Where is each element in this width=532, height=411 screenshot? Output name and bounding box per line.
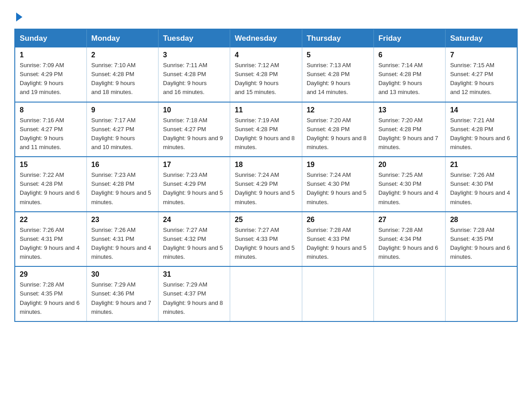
day-info: Sunrise: 7:26 AMSunset: 4:30 PMDaylight:…: [450, 171, 510, 205]
calendar-day-cell: 2 Sunrise: 7:10 AMSunset: 4:28 PMDayligh…: [86, 47, 158, 102]
day-info: Sunrise: 7:14 AMSunset: 4:28 PMDaylight:…: [378, 62, 423, 95]
calendar-day-cell: 16 Sunrise: 7:23 AMSunset: 4:28 PMDaylig…: [86, 157, 158, 212]
day-number: 31: [163, 270, 225, 278]
calendar-day-cell: 30 Sunrise: 7:29 AMSunset: 4:36 PMDaylig…: [86, 266, 158, 321]
calendar-day-cell: 19 Sunrise: 7:24 AMSunset: 4:30 PMDaylig…: [302, 157, 373, 212]
calendar-day-cell: 26 Sunrise: 7:28 AMSunset: 4:33 PMDaylig…: [302, 212, 373, 267]
day-info: Sunrise: 7:15 AMSunset: 4:27 PMDaylight:…: [450, 62, 494, 95]
day-number: 21: [450, 161, 512, 169]
day-number: 30: [91, 270, 154, 278]
day-info: Sunrise: 7:12 AMSunset: 4:28 PMDaylight:…: [235, 62, 279, 95]
day-number: 8: [20, 106, 82, 114]
day-info: Sunrise: 7:28 AMSunset: 4:33 PMDaylight:…: [307, 227, 367, 260]
calendar-day-cell: 9 Sunrise: 7:17 AMSunset: 4:27 PMDayligh…: [86, 102, 158, 157]
day-number: 17: [163, 161, 225, 169]
calendar-day-cell: [230, 266, 302, 321]
calendar-day-cell: 15 Sunrise: 7:22 AMSunset: 4:28 PMDaylig…: [15, 157, 86, 212]
header-monday: Monday: [86, 29, 158, 47]
calendar-day-cell: 14 Sunrise: 7:21 AMSunset: 4:28 PMDaylig…: [446, 102, 517, 157]
calendar-day-cell: 3 Sunrise: 7:11 AMSunset: 4:28 PMDayligh…: [159, 47, 230, 102]
day-number: 25: [235, 216, 297, 224]
header-friday: Friday: [373, 29, 445, 47]
day-number: 18: [235, 161, 297, 169]
calendar-day-cell: 4 Sunrise: 7:12 AMSunset: 4:28 PMDayligh…: [230, 47, 302, 102]
calendar-day-cell: 23 Sunrise: 7:26 AMSunset: 4:31 PMDaylig…: [86, 212, 158, 267]
calendar-week-row: 22 Sunrise: 7:26 AMSunset: 4:31 PMDaylig…: [15, 212, 517, 267]
day-info: Sunrise: 7:20 AMSunset: 4:28 PMDaylight:…: [307, 117, 367, 150]
calendar-day-cell: 8 Sunrise: 7:16 AMSunset: 4:27 PMDayligh…: [15, 102, 86, 157]
day-number: 22: [20, 216, 82, 224]
day-number: 26: [307, 216, 369, 224]
day-info: Sunrise: 7:26 AMSunset: 4:31 PMDaylight:…: [20, 227, 80, 260]
day-info: Sunrise: 7:24 AMSunset: 4:29 PMDaylight:…: [235, 171, 295, 205]
calendar-day-cell: 31 Sunrise: 7:29 AMSunset: 4:37 PMDaylig…: [159, 266, 230, 321]
day-info: Sunrise: 7:28 AMSunset: 4:34 PMDaylight:…: [378, 227, 438, 260]
calendar-day-cell: 11 Sunrise: 7:19 AMSunset: 4:28 PMDaylig…: [230, 102, 302, 157]
calendar-week-row: 29 Sunrise: 7:28 AMSunset: 4:35 PMDaylig…: [15, 266, 517, 321]
day-number: 13: [378, 106, 441, 114]
day-info: Sunrise: 7:29 AMSunset: 4:36 PMDaylight:…: [91, 281, 151, 315]
calendar-day-cell: [373, 266, 445, 321]
day-info: Sunrise: 7:13 AMSunset: 4:28 PMDaylight:…: [307, 62, 351, 95]
calendar-day-cell: 22 Sunrise: 7:26 AMSunset: 4:31 PMDaylig…: [15, 212, 86, 267]
day-info: Sunrise: 7:21 AMSunset: 4:28 PMDaylight:…: [450, 117, 510, 150]
day-number: 3: [163, 51, 225, 59]
calendar-day-cell: 7 Sunrise: 7:15 AMSunset: 4:27 PMDayligh…: [446, 47, 517, 102]
day-number: 6: [378, 51, 441, 59]
calendar-day-cell: [302, 266, 373, 321]
day-info: Sunrise: 7:23 AMSunset: 4:29 PMDaylight:…: [163, 171, 223, 205]
weekday-header-row: Sunday Monday Tuesday Wednesday Thursday…: [15, 29, 517, 47]
calendar-day-cell: [446, 266, 517, 321]
day-number: 20: [378, 161, 441, 169]
day-info: Sunrise: 7:17 AMSunset: 4:27 PMDaylight:…: [91, 117, 136, 150]
day-info: Sunrise: 7:29 AMSunset: 4:37 PMDaylight:…: [163, 281, 223, 315]
day-number: 27: [378, 216, 441, 224]
day-info: Sunrise: 7:24 AMSunset: 4:30 PMDaylight:…: [307, 171, 367, 205]
day-info: Sunrise: 7:23 AMSunset: 4:28 PMDaylight:…: [91, 171, 151, 205]
header-sunday: Sunday: [15, 29, 86, 47]
day-info: Sunrise: 7:20 AMSunset: 4:28 PMDaylight:…: [378, 117, 438, 150]
logo-blue-text: [14, 13, 22, 21]
calendar-day-cell: 20 Sunrise: 7:25 AMSunset: 4:30 PMDaylig…: [373, 157, 445, 212]
header-tuesday: Tuesday: [159, 29, 230, 47]
calendar-week-row: 15 Sunrise: 7:22 AMSunset: 4:28 PMDaylig…: [15, 157, 517, 212]
day-number: 12: [307, 106, 369, 114]
day-info: Sunrise: 7:16 AMSunset: 4:27 PMDaylight:…: [20, 117, 64, 150]
calendar-day-cell: 25 Sunrise: 7:27 AMSunset: 4:33 PMDaylig…: [230, 212, 302, 267]
day-number: 14: [450, 106, 512, 114]
day-number: 7: [450, 51, 512, 59]
day-number: 16: [91, 161, 154, 169]
day-number: 29: [20, 270, 82, 278]
calendar-day-cell: 5 Sunrise: 7:13 AMSunset: 4:28 PMDayligh…: [302, 47, 373, 102]
calendar-day-cell: 24 Sunrise: 7:27 AMSunset: 4:32 PMDaylig…: [159, 212, 230, 267]
header: [14, 11, 518, 21]
day-info: Sunrise: 7:27 AMSunset: 4:33 PMDaylight:…: [235, 227, 295, 260]
day-number: 19: [307, 161, 369, 169]
calendar-day-cell: 29 Sunrise: 7:28 AMSunset: 4:35 PMDaylig…: [15, 266, 86, 321]
header-wednesday: Wednesday: [230, 29, 302, 47]
day-info: Sunrise: 7:22 AMSunset: 4:28 PMDaylight:…: [20, 171, 80, 205]
header-thursday: Thursday: [302, 29, 373, 47]
day-number: 2: [91, 51, 154, 59]
calendar-day-cell: 13 Sunrise: 7:20 AMSunset: 4:28 PMDaylig…: [373, 102, 445, 157]
day-number: 15: [20, 161, 82, 169]
day-number: 11: [235, 106, 297, 114]
calendar-day-cell: 17 Sunrise: 7:23 AMSunset: 4:29 PMDaylig…: [159, 157, 230, 212]
day-number: 10: [163, 106, 225, 114]
day-info: Sunrise: 7:11 AMSunset: 4:28 PMDaylight:…: [163, 62, 207, 95]
calendar-table: Sunday Monday Tuesday Wednesday Thursday…: [14, 29, 518, 322]
day-info: Sunrise: 7:28 AMSunset: 4:35 PMDaylight:…: [450, 227, 510, 260]
day-number: 1: [20, 51, 82, 59]
logo-triangle-icon: [16, 13, 22, 21]
day-info: Sunrise: 7:10 AMSunset: 4:28 PMDaylight:…: [91, 62, 136, 95]
calendar-day-cell: 10 Sunrise: 7:18 AMSunset: 4:27 PMDaylig…: [159, 102, 230, 157]
day-number: 28: [450, 216, 512, 224]
calendar-week-row: 1 Sunrise: 7:09 AMSunset: 4:29 PMDayligh…: [15, 47, 517, 102]
calendar-day-cell: 12 Sunrise: 7:20 AMSunset: 4:28 PMDaylig…: [302, 102, 373, 157]
calendar-week-row: 8 Sunrise: 7:16 AMSunset: 4:27 PMDayligh…: [15, 102, 517, 157]
day-info: Sunrise: 7:19 AMSunset: 4:28 PMDaylight:…: [235, 117, 295, 150]
day-info: Sunrise: 7:28 AMSunset: 4:35 PMDaylight:…: [20, 281, 80, 315]
logo: [14, 13, 22, 21]
calendar-day-cell: 1 Sunrise: 7:09 AMSunset: 4:29 PMDayligh…: [15, 47, 86, 102]
day-number: 9: [91, 106, 154, 114]
